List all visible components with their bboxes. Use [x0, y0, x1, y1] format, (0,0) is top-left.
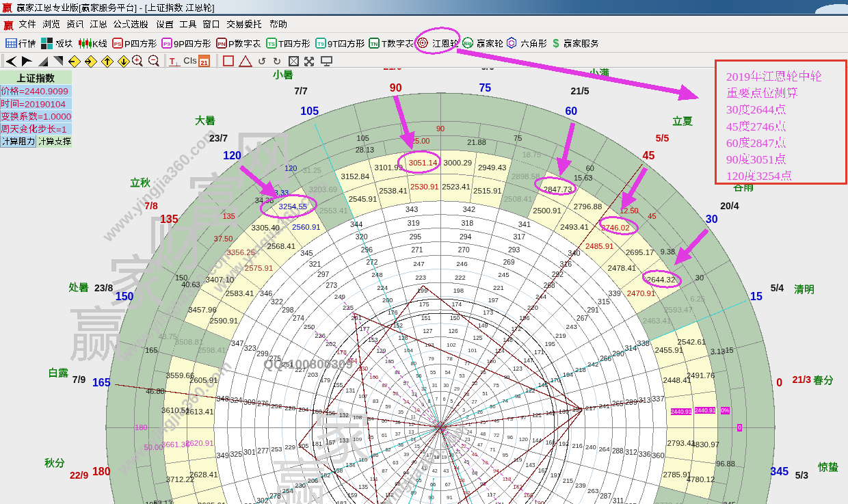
svg-text:196: 196 [519, 315, 529, 321]
svg-text:−: − [151, 55, 155, 64]
svg-text:127: 127 [423, 328, 432, 334]
svg-text:74: 74 [502, 398, 508, 404]
svg-text:9T: 9T [328, 39, 338, 49]
svg-text:60: 60 [382, 418, 387, 424]
svg-text:278: 278 [269, 492, 281, 500]
svg-text:274: 274 [293, 315, 304, 322]
svg-text:347: 347 [231, 339, 243, 347]
svg-text:296: 296 [361, 246, 373, 254]
svg-text:101: 101 [468, 347, 477, 354]
svg-text:↓: ↓ [175, 59, 179, 68]
svg-text:150: 150 [450, 315, 460, 321]
svg-text:201: 201 [351, 315, 361, 321]
svg-text:220: 220 [527, 304, 538, 311]
svg-text:2635.91: 2635.91 [198, 501, 226, 504]
svg-text:↺: ↺ [258, 55, 267, 67]
svg-text:215: 215 [563, 477, 573, 484]
svg-text:298: 298 [282, 306, 294, 314]
svg-text:12: 12 [409, 422, 414, 427]
svg-text:218: 218 [575, 366, 586, 373]
svg-text:247: 247 [413, 260, 424, 267]
svg-text:49: 49 [494, 418, 499, 424]
svg-text:80: 80 [411, 360, 417, 367]
svg-text:154: 154 [347, 357, 358, 364]
svg-text:103: 103 [425, 342, 434, 348]
svg-text:46: 46 [472, 452, 477, 457]
svg-text:287: 287 [600, 492, 611, 500]
svg-text:3000.29: 3000.29 [444, 159, 473, 167]
svg-text:343: 343 [406, 205, 418, 213]
svg-text:273: 273 [326, 282, 337, 289]
svg-text:28: 28 [464, 392, 469, 397]
svg-text:24: 24 [467, 429, 473, 434]
svg-text:135: 135 [358, 483, 368, 490]
svg-text:312: 312 [625, 449, 637, 456]
svg-text:2644: 2644 [750, 103, 774, 116]
svg-text:182: 182 [320, 472, 330, 479]
svg-text:75: 75 [493, 382, 499, 388]
svg-text:7/9: 7/9 [72, 374, 86, 385]
svg-text:348: 348 [216, 395, 228, 403]
svg-text:63: 63 [393, 460, 398, 466]
svg-text:2508.41: 2508.41 [504, 195, 533, 203]
svg-text:96: 96 [507, 434, 513, 440]
svg-text:90: 90 [436, 124, 445, 133]
svg-text:267: 267 [577, 315, 588, 322]
svg-text:336: 336 [639, 450, 651, 458]
svg-text:8: 8 [428, 399, 431, 403]
svg-text:120: 120 [223, 150, 241, 161]
svg-text:4: 4 [457, 402, 460, 407]
svg-text:323: 323 [244, 344, 256, 352]
svg-text:341: 341 [518, 220, 531, 228]
svg-text:180: 180 [92, 466, 111, 477]
svg-text:85: 85 [368, 434, 374, 440]
svg-text:228: 228 [284, 404, 295, 412]
svg-text:179: 179 [320, 377, 330, 384]
svg-text:45: 45 [643, 150, 655, 161]
svg-text:TN: TN [371, 41, 378, 47]
svg-text:149: 149 [478, 322, 488, 329]
svg-text:5/3: 5/3 [795, 470, 809, 481]
svg-text:266: 266 [600, 355, 611, 362]
svg-text:2530.91: 2530.91 [410, 183, 439, 191]
svg-text:223: 223 [415, 274, 426, 281]
svg-text:P9: P9 [163, 41, 170, 47]
svg-text:147: 147 [523, 357, 533, 364]
svg-text:120: 120 [284, 164, 297, 172]
svg-text:64: 64 [403, 470, 409, 476]
svg-text:2778.41: 2778.41 [655, 501, 684, 504]
svg-text:141: 141 [495, 501, 505, 504]
svg-text:90: 90 [726, 152, 739, 166]
svg-text:84: 84 [368, 416, 374, 422]
svg-text:=2440.9099: =2440.9099 [19, 86, 68, 96]
svg-text:311: 311 [613, 497, 624, 504]
svg-text:108: 108 [353, 414, 362, 421]
svg-text:291: 291 [587, 306, 600, 314]
svg-text:180: 180 [135, 423, 147, 432]
svg-text:44: 44 [454, 466, 460, 471]
svg-text:110: 110 [359, 457, 368, 463]
svg-text:40: 40 [412, 460, 417, 465]
svg-text:22/9: 22/9 [70, 470, 88, 481]
svg-text:300: 300 [243, 399, 256, 406]
svg-text:253: 253 [271, 445, 282, 453]
svg-text:120: 120 [726, 169, 745, 183]
svg-text:244: 244 [535, 293, 547, 300]
svg-text:20/4: 20/4 [720, 200, 739, 211]
svg-text:4830.97: 4830.97 [691, 440, 719, 449]
svg-text:100: 100 [487, 358, 496, 364]
svg-text:219: 219 [555, 332, 566, 339]
svg-text:45: 45 [464, 460, 469, 465]
svg-text:105: 105 [385, 358, 395, 364]
svg-text:177: 177 [360, 326, 370, 332]
svg-text:105: 105 [357, 134, 369, 142]
svg-text:292: 292 [552, 271, 564, 278]
svg-text:3152.84: 3152.84 [341, 172, 370, 181]
svg-text:2847: 2847 [750, 136, 774, 150]
svg-text:249: 249 [334, 293, 345, 300]
svg-text:52: 52 [472, 380, 477, 386]
svg-text:2440.91: 2440.91 [671, 408, 692, 415]
svg-text:294: 294 [460, 233, 472, 241]
svg-text:2598.41: 2598.41 [198, 346, 226, 354]
svg-text:112: 112 [385, 492, 394, 498]
